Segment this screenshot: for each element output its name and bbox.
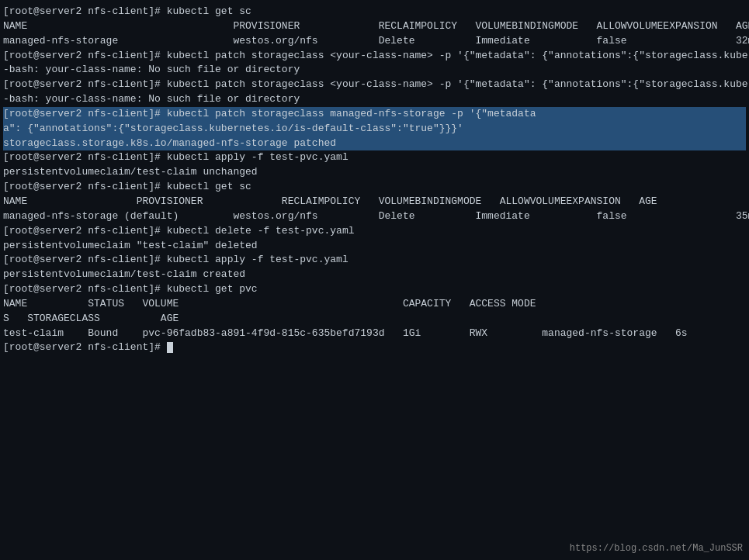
line-17: persistentvolumeclaim/test-claim created [3, 268, 746, 282]
line-6: [root@server2 nfs-client]# kubectl patch… [3, 78, 746, 92]
line-16: [root@server2 nfs-client]# kubectl apply… [3, 253, 746, 268]
line-7: -bash: your-class-name: No such file or … [3, 92, 746, 107]
line-18: [root@server2 nfs-client]# kubectl get p… [3, 282, 746, 297]
line-3: managed-nfs-storage westos.org/nfs Delet… [3, 34, 746, 49]
terminal-window: [root@server2 nfs-client]# kubectl get s… [0, 0, 749, 560]
line-10: persistentvolumeclaim/test-claim unchang… [3, 165, 746, 180]
line-5: -bash: your-class-name: No such file or … [3, 63, 746, 78]
line-12: NAME PROVISIONER RECLAIMPOLICY VOLUMEBIN… [3, 195, 746, 209]
line-14: [root@server2 nfs-client]# kubectl delet… [3, 224, 746, 239]
watermark: https://blog.csdn.net/Ma_JunSSR [570, 542, 743, 555]
line-15: persistentvolumeclaim "test-claim" delet… [3, 239, 746, 254]
line-2: NAME PROVISIONER RECLAIMPOLICY VOLUMEBIN… [3, 19, 746, 34]
terminal-cursor [167, 342, 173, 353]
line-13: managed-nfs-storage (default) westos.org… [3, 209, 746, 224]
line-4: [root@server2 nfs-client]# kubectl patch… [3, 49, 746, 64]
line-11: [root@server2 nfs-client]# kubectl get s… [3, 180, 746, 195]
line-1: [root@server2 nfs-client]# kubectl get s… [3, 5, 746, 19]
line-8-highlighted: [root@server2 nfs-client]# kubectl patch… [3, 107, 746, 151]
line-21: [root@server2 nfs-client]# [3, 340, 746, 355]
line-20: test-claim Bound pvc-96fadb83-a891-4f9d-… [3, 327, 746, 341]
line-19: NAME STATUS VOLUME CAPACITY ACCESS MODE … [3, 297, 746, 327]
line-9: [root@server2 nfs-client]# kubectl apply… [3, 150, 746, 165]
